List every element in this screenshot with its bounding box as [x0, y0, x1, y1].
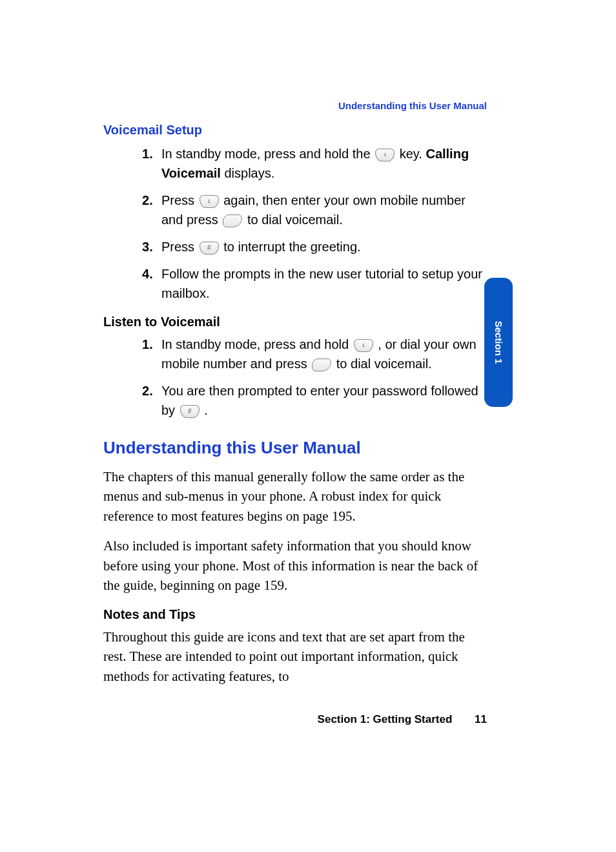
voicemail-setup-steps: In standby mode, press and hold the 1 ke… — [103, 144, 487, 303]
one-key-icon: 1 — [354, 339, 373, 352]
pound-key-icon — [180, 405, 200, 418]
list-item: Follow the prompts in the new user tutor… — [161, 264, 487, 303]
list-item: You are then prompted to enter your pass… — [161, 381, 487, 420]
section-tab: Section 1 — [484, 278, 513, 407]
send-key-icon — [223, 214, 242, 227]
pound-key-icon — [200, 242, 219, 255]
footer-section: Section 1: Getting Started — [318, 713, 453, 725]
step-text: In standby mode, press and hold — [161, 337, 353, 351]
step-text: to dial voicemail. — [336, 357, 432, 371]
step-text: to dial voicemail. — [247, 213, 343, 227]
step-text: displays. — [224, 166, 274, 180]
body-paragraph: Also included is important safety inform… — [103, 536, 487, 595]
heading-notes-and-tips: Notes and Tips — [103, 607, 487, 622]
step-text: Follow the prompts in the new user tutor… — [161, 267, 482, 300]
step-text: In standby mode, press and hold the — [161, 147, 374, 161]
step-text: . — [204, 403, 208, 417]
one-key-icon: 1 — [375, 149, 395, 161]
step-text: Press — [161, 240, 198, 254]
step-text: to interrupt the greeting. — [223, 240, 360, 254]
step-text: You are then prompted to enter your pass… — [161, 384, 478, 417]
section-tab-label: Section 1 — [493, 321, 504, 364]
running-head: Understanding this User Manual — [338, 100, 487, 111]
list-item: In standby mode, press and hold 1 , or d… — [161, 335, 487, 373]
heading-voicemail-setup: Voicemail Setup — [103, 123, 487, 138]
list-item: Press 1 again, then enter your own mobil… — [161, 191, 487, 229]
step-text: Press — [161, 193, 198, 207]
list-item: Press to interrupt the greeting. — [161, 237, 487, 256]
list-item: In standby mode, press and hold the 1 ke… — [161, 144, 487, 183]
listen-voicemail-steps: In standby mode, press and hold 1 , or d… — [103, 335, 487, 420]
heading-listen-to-voicemail: Listen to Voicemail — [103, 315, 487, 329]
step-text: key. — [400, 147, 426, 161]
send-key-icon — [312, 358, 331, 371]
footer-page-number: 11 — [475, 713, 487, 725]
body-paragraph: Throughout this guide are icons and text… — [103, 627, 487, 686]
heading-understanding-manual: Understanding this User Manual — [103, 438, 487, 458]
body-paragraph: The chapters of this manual generally fo… — [103, 467, 487, 526]
page-footer: Section 1: Getting Started 11 — [318, 713, 487, 726]
one-key-icon: 1 — [200, 195, 219, 208]
